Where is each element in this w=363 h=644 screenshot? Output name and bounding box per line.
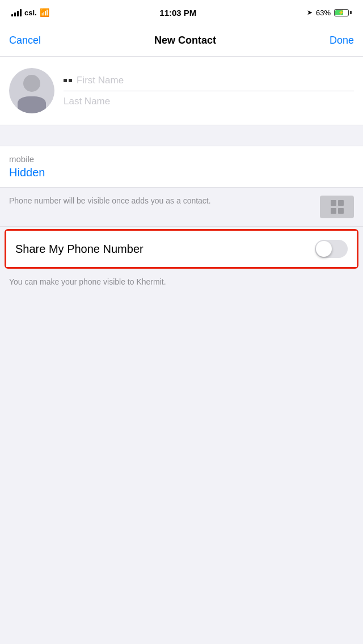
pixel-row-2 [331,208,344,214]
location-icon: ➤ [307,9,313,16]
last-name-row [64,91,354,112]
avatar-body [18,96,46,113]
rest-background [0,299,363,469]
avatar[interactable] [9,68,54,113]
carrier-name: csl. [24,9,37,17]
page-title: New Contact [154,35,216,46]
toggle-knob [316,241,332,257]
done-button[interactable]: Done [330,32,354,49]
nav-bar: Cancel New Contact Done [0,25,363,57]
section-separator [0,125,363,146]
battery-percent: 63% [316,9,331,17]
contact-header [0,57,363,125]
wifi-icon: 📶 [40,8,49,17]
status-right: ➤ 63% ⚡ [307,9,352,17]
share-phone-toggle[interactable] [315,240,348,258]
phone-label: mobile [9,154,354,164]
field-dots-first [64,79,72,82]
first-name-row [64,70,354,91]
last-name-input[interactable] [64,96,354,107]
status-bar: csl. 📶 11:03 PM ➤ 63% ⚡ [0,0,363,25]
share-phone-label: Share My Phone Number [15,243,143,256]
signal-icon [11,9,22,16]
battery-bolt-icon: ⚡ [338,10,344,15]
share-row-highlight: Share My Phone Number [5,229,358,269]
status-time: 11:03 PM [159,8,196,18]
info-section: Phone number will be visible once adds y… [0,188,363,227]
info-text: Phone number will be visible once adds y… [9,196,211,207]
footer-note-text: You can make your phone visible to Kherm… [9,277,166,286]
battery-icon: ⚡ [334,9,352,16]
share-phone-row: Share My Phone Number [6,231,357,267]
footer-note: You can make your phone visible to Kherm… [0,271,363,299]
share-row-wrapper: Share My Phone Number [0,227,363,271]
avatar-figure [9,68,54,113]
phone-value: Hidden [9,166,354,179]
avatar-head [23,75,40,92]
cancel-button[interactable]: Cancel [9,32,41,49]
pixel-row-1 [331,200,344,206]
phone-section: mobile Hidden [0,146,363,188]
contact-thumbnail [320,196,354,218]
status-left: csl. 📶 [11,8,49,17]
name-fields [64,70,354,112]
first-name-input[interactable] [77,75,354,86]
